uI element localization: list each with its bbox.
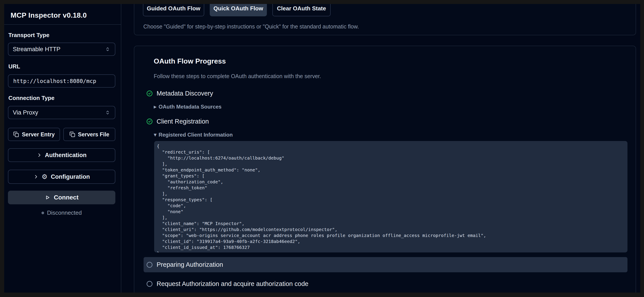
step-request-authorization: Request Authorization and acquire author… — [146, 280, 308, 287]
authentication-label: Authentication — [45, 152, 87, 159]
connection-type-label: Connection Type — [8, 95, 54, 102]
configuration-button[interactable]: ⚙ Configuration — [8, 170, 115, 184]
connection-type-value: Via Proxy — [13, 109, 38, 116]
connection-type-select[interactable]: Via Proxy — [8, 106, 115, 119]
authentication-button[interactable]: Authentication — [8, 148, 115, 162]
oauth-actions-card: Guided OAuth Flow Quick OAuth Flow Clear… — [134, 4, 636, 35]
chevron-right-icon — [37, 153, 42, 158]
transport-type-value: Streamable HTTP — [13, 46, 60, 53]
servers-file-button[interactable]: Servers File — [63, 128, 115, 141]
registered-client-json-block[interactable]: { "redirect_uris": [ "http://localhost:6… — [154, 141, 628, 252]
play-icon — [45, 195, 50, 200]
server-entry-label: Server Entry — [22, 131, 55, 138]
registered-client-information-toggle[interactable]: ▼ Registered Client Information — [154, 132, 233, 138]
step-label: Metadata Discovery — [156, 90, 213, 97]
oauth-metadata-sources-toggle[interactable]: ▶ OAuth Metadata Sources — [154, 104, 222, 110]
server-entry-button[interactable]: Server Entry — [8, 128, 60, 141]
select-updown-icon — [105, 110, 110, 115]
select-updown-icon — [105, 46, 110, 52]
step-complete-icon — [146, 118, 153, 125]
sidebar: MCP Inspector v0.18.0 Transport Type Str… — [4, 4, 121, 292]
progress-subtitle: Follow these steps to complete OAuth aut… — [154, 73, 321, 79]
connect-label: Connect — [54, 194, 78, 201]
app-title: MCP Inspector v0.18.0 — [10, 11, 87, 20]
url-label: URL — [8, 63, 20, 70]
transport-type-label: Transport Type — [8, 32, 50, 39]
status-dot-icon — [42, 212, 44, 214]
chevron-right-icon — [34, 174, 38, 179]
main-content: Guided OAuth Flow Quick OAuth Flow Clear… — [121, 4, 640, 292]
toggle-label: Registered Client Information — [158, 132, 233, 138]
sidebar-divider — [4, 24, 121, 25]
step-label: Preparing Authorization — [156, 261, 223, 268]
triangle-down-icon: ▼ — [154, 133, 156, 137]
copy-icon — [70, 132, 75, 137]
step-pending-icon — [146, 280, 153, 287]
guided-oauth-flow-button[interactable]: Guided OAuth Flow — [143, 4, 204, 16]
servers-file-label: Servers File — [78, 131, 110, 138]
registered-client-json: { "redirect_uris": [ "http://localhost:6… — [154, 141, 628, 252]
connection-status: Disconnected — [4, 209, 119, 216]
progress-title: OAuth Flow Progress — [154, 57, 226, 65]
step-preparing-authorization: Preparing Authorization — [144, 257, 628, 272]
copy-icon — [13, 132, 19, 137]
configuration-label: Configuration — [51, 173, 90, 180]
oauth-flow-hint: Choose "Guided" for step-by-step instruc… — [143, 23, 359, 30]
step-client-registration: Client Registration — [146, 118, 209, 125]
toggle-label: OAuth Metadata Sources — [158, 104, 222, 110]
status-text: Disconnected — [47, 209, 82, 216]
connect-button[interactable]: Connect — [8, 191, 115, 204]
url-input[interactable] — [8, 74, 115, 88]
oauth-progress-card: OAuth Flow Progress Follow these steps t… — [134, 46, 636, 292]
transport-type-select[interactable]: Streamable HTTP — [8, 43, 115, 56]
app-root: MCP Inspector v0.18.0 Transport Type Str… — [4, 4, 640, 292]
gear-icon: ⚙ — [42, 173, 48, 180]
clear-oauth-state-button[interactable]: Clear OAuth State — [272, 4, 330, 16]
step-pending-icon — [146, 261, 153, 268]
step-label: Request Authorization and acquire author… — [156, 280, 308, 287]
step-complete-icon — [146, 90, 153, 97]
quick-oauth-flow-button[interactable]: Quick OAuth Flow — [210, 4, 267, 16]
step-metadata-discovery: Metadata Discovery — [146, 90, 213, 97]
triangle-right-icon: ▶ — [154, 105, 156, 109]
step-label: Client Registration — [156, 118, 209, 125]
